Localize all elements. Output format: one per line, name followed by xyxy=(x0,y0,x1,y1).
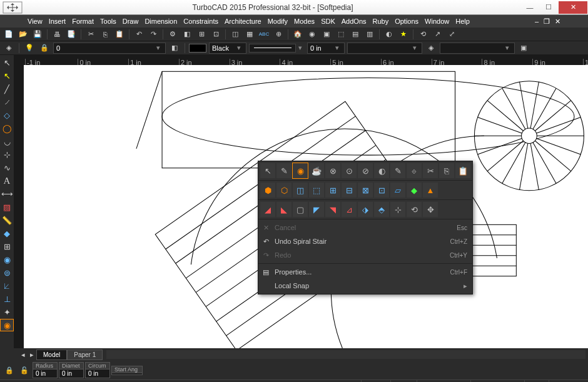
ctx-tool-icon[interactable]: ⊙ xyxy=(342,163,357,178)
menu-dimension[interactable]: Dimension xyxy=(144,18,177,25)
curve-tool-icon[interactable]: ∿ xyxy=(0,161,14,174)
polyline-tool-icon[interactable]: ⟋ xyxy=(0,96,14,108)
spiral-stair-tool-icon[interactable]: ◉ xyxy=(0,319,14,331)
linetype-dropdown[interactable] xyxy=(249,44,296,53)
menu-modes[interactable]: Modes xyxy=(294,18,315,25)
menu-architecture[interactable]: Architecture xyxy=(225,18,261,25)
menu-help[interactable]: Help xyxy=(455,18,470,25)
print-icon[interactable]: 🖶 xyxy=(51,28,63,41)
ctx-tool-icon[interactable]: ✎ xyxy=(390,163,405,178)
tool-icon[interactable]: ★ xyxy=(397,28,410,41)
minimize-button[interactable]: — xyxy=(521,1,539,14)
radius-field[interactable]: 0 in xyxy=(33,369,58,378)
menu-addons[interactable]: AddOns xyxy=(342,18,367,25)
ctx-select-icon[interactable]: ↖ xyxy=(260,163,275,178)
ctx-cancel[interactable]: ✕CancelEsc xyxy=(258,221,472,234)
menu-draw[interactable]: Draw xyxy=(123,18,139,25)
menu-window[interactable]: Window xyxy=(425,18,449,25)
undo-icon[interactable]: ↶ xyxy=(133,28,145,41)
ctx-redo[interactable]: ↷RedoCtrl+Y xyxy=(258,248,472,262)
cut-icon[interactable]: ✂ xyxy=(84,28,97,41)
move-icon[interactable] xyxy=(0,0,25,15)
ctx-tool-icon[interactable]: ✎ xyxy=(276,163,291,178)
style-dropdown[interactable]: ▾ xyxy=(347,43,422,54)
ctx-box-icon[interactable]: ⊠ xyxy=(358,183,373,198)
tool-icon[interactable]: ⊞ xyxy=(195,28,208,41)
lightbulb-icon[interactable]: 💡 xyxy=(23,42,36,54)
rect-tool-icon[interactable]: ◇ xyxy=(0,109,14,121)
tool-icon[interactable]: ⊡ xyxy=(210,28,222,41)
new-icon[interactable]: 📄 xyxy=(3,28,15,41)
ctx-properties[interactable]: ▤Properties...Ctrl+F xyxy=(258,265,472,279)
ctx-box-icon[interactable]: ◫ xyxy=(293,183,308,198)
tool-icon[interactable]: ↗ xyxy=(431,28,444,41)
lineweight-dropdown[interactable]: 0 in▾ xyxy=(307,43,345,54)
ctx-tool-icon[interactable]: ⊹ xyxy=(390,202,405,217)
tool-icon[interactable]: ⟲ xyxy=(417,28,429,41)
ctx-tool-icon[interactable]: ⟐ xyxy=(407,163,422,178)
doc-close-icon[interactable]: ✕ xyxy=(555,18,560,26)
ctx-tool-icon[interactable]: ⬗ xyxy=(358,202,373,217)
circum-field[interactable]: 0 in xyxy=(85,369,110,378)
paste-icon[interactable]: 📋 xyxy=(113,28,126,41)
ctx-tool-icon[interactable]: ✥ xyxy=(423,202,438,217)
tool-icon[interactable]: ▤ xyxy=(349,28,362,41)
horizontal-scrollbar[interactable] xyxy=(106,350,585,359)
tool-icon[interactable]: ▥ xyxy=(363,28,376,41)
lock-x-icon[interactable]: 🔒 xyxy=(3,362,16,378)
lock-y-icon[interactable]: 🔓 xyxy=(18,362,31,378)
ctx-tool-icon[interactable]: ⊘ xyxy=(358,163,373,178)
ctx-box-icon[interactable]: ⊡ xyxy=(374,183,389,198)
menu-ruby[interactable]: Ruby xyxy=(373,18,389,25)
copy-icon[interactable]: ⎘ xyxy=(99,28,111,41)
tool-icon[interactable]: ⊥ xyxy=(0,293,14,305)
text-tool-icon[interactable]: A xyxy=(0,174,14,187)
ctx-copy-icon[interactable]: ⎘ xyxy=(439,163,454,178)
tool-icon[interactable]: ⊕ xyxy=(272,28,285,41)
tool-icon[interactable]: ⚙ xyxy=(166,28,179,41)
maximize-button[interactable]: ☐ xyxy=(540,1,557,14)
menu-tools[interactable]: Tools xyxy=(100,18,116,25)
measure-tool-icon[interactable]: 📏 xyxy=(0,214,14,226)
ctx-box-icon[interactable]: ▱ xyxy=(390,183,405,198)
ctx-tool-icon[interactable]: ▢ xyxy=(293,202,308,217)
color-dropdown[interactable]: Black▾ xyxy=(209,43,246,54)
ctx-tool-icon[interactable]: ◥ xyxy=(325,202,340,217)
print-preview-icon[interactable]: 📑 xyxy=(65,28,78,41)
save-icon[interactable]: 💾 xyxy=(31,28,44,41)
tool-icon[interactable]: ⬚ xyxy=(335,28,347,41)
circle-tool-icon[interactable]: ◯ xyxy=(0,122,14,134)
ctx-paste-icon[interactable]: 📋 xyxy=(455,163,470,178)
ctx-tool-icon[interactable]: ◐ xyxy=(374,163,389,178)
layer-dropdown[interactable]: 0▾ xyxy=(53,43,166,54)
tool-icon[interactable]: 🏠 xyxy=(291,28,304,41)
menu-modify[interactable]: Modify xyxy=(268,18,288,25)
tool-icon[interactable]: ◈ xyxy=(425,42,437,54)
dimension-tool-icon[interactable]: ⟷ xyxy=(0,188,14,200)
tool-icon[interactable]: ▦ xyxy=(243,28,256,41)
tool-icon[interactable]: ◫ xyxy=(229,28,241,41)
ctx-undo[interactable]: ↶Undo Spiral StairCtrl+Z xyxy=(258,234,472,248)
tab-nav-icon[interactable]: ▸ xyxy=(28,348,36,361)
layer-icon[interactable]: ◈ xyxy=(3,42,15,54)
tool-icon[interactable]: ⤢ xyxy=(445,28,458,41)
diameter-field[interactable]: 0 in xyxy=(59,369,84,378)
ctx-box-icon[interactable]: ◆ xyxy=(407,183,422,198)
lock-icon[interactable]: 🔒 xyxy=(38,42,51,54)
close-button[interactable]: ✕ xyxy=(559,1,587,14)
tool-icon[interactable]: ◧ xyxy=(168,42,181,54)
ctx-box-icon[interactable]: ⊟ xyxy=(342,183,357,198)
menu-sdk[interactable]: SDK xyxy=(321,18,335,25)
ctx-box-icon[interactable]: ⬡ xyxy=(276,183,291,198)
open-icon[interactable]: 📂 xyxy=(17,28,29,41)
ctx-local-snap[interactable]: Local Snap▸ xyxy=(258,279,472,293)
ctx-tool-icon[interactable]: ◤ xyxy=(309,202,324,217)
tool-icon[interactable]: ⟀ xyxy=(0,279,14,292)
arc-tool-icon[interactable]: ◡ xyxy=(0,135,14,148)
ctx-box-icon[interactable]: ⊞ xyxy=(325,183,340,198)
tool-icon[interactable]: ◐ xyxy=(383,28,395,41)
point-tool-icon[interactable]: ⊹ xyxy=(0,148,14,161)
ctx-box-icon[interactable]: ▲ xyxy=(423,183,438,198)
tool-icon[interactable]: ✦ xyxy=(0,306,14,318)
ctx-tool-icon[interactable]: ⊿ xyxy=(342,202,357,217)
